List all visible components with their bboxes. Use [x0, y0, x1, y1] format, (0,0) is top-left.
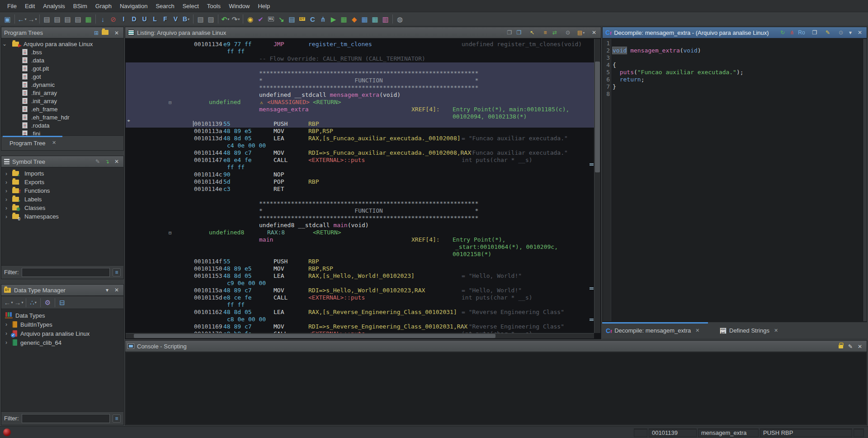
- bytes-viewer-icon[interactable]: 01: [266, 14, 276, 24]
- symbol-filter-input[interactable]: [22, 268, 110, 277]
- data-type-manager-icon[interactable]: DT: [297, 14, 307, 24]
- symbol-table-icon[interactable]: ◆: [349, 14, 359, 24]
- listing-line[interactable]: 0010114448 89 c7MOVRDI=>s_Funcao_auxilia…: [126, 149, 594, 157]
- edit-icon[interactable]: ✎: [94, 157, 102, 166]
- decompile-line[interactable]: 8: [603, 90, 863, 98]
- symbol-tree-item-exports[interactable]: ›Exports: [1, 178, 123, 186]
- function-graph-icon[interactable]: ⋔: [318, 14, 328, 24]
- export-program-icon[interactable]: ▤: [62, 14, 73, 24]
- tree-section-gotplt[interactable]: .got.plt: [1, 64, 123, 72]
- clear-code-icon[interactable]: ⊘: [108, 14, 118, 24]
- tree-section-fini_array[interactable]: .fini_array: [1, 89, 123, 97]
- close-icon[interactable]: ✕: [774, 328, 778, 333]
- listing-line[interactable]: 0010113955PUSHRBP: [126, 120, 594, 128]
- console-header[interactable]: Console - Scripting ✎✕: [125, 341, 867, 352]
- ro-label[interactable]: Ro: [797, 29, 806, 37]
- decompile-line[interactable]: 4{: [603, 62, 863, 69]
- listing-line[interactable]: [126, 193, 594, 200]
- listing-line[interactable]: ff ff: [126, 301, 594, 309]
- decompile-content[interactable]: 12void mensagem_extra(void)34{5 puts("Fu…: [603, 39, 863, 321]
- field-display-icon[interactable]: ≡: [541, 29, 549, 37]
- listing-content[interactable]: 00101134e9 77 ffJMPregister_tm_clonesund…: [126, 39, 594, 333]
- menu-window[interactable]: Window: [225, 1, 254, 11]
- margin-mark[interactable]: [590, 319, 594, 321]
- scrollbar-thumb[interactable]: [134, 334, 495, 338]
- type-hierarchy-icon[interactable]: ∴▾: [28, 297, 38, 308]
- structure-editor-icon[interactable]: ▥: [380, 14, 391, 24]
- letter-u-button[interactable]: U: [139, 14, 150, 24]
- close-icon[interactable]: ✕: [590, 29, 598, 37]
- console-output[interactable]: [126, 352, 866, 424]
- listing-line[interactable]: 0010115048 89 e5MOVRBP,RSP: [126, 265, 594, 272]
- listing-line[interactable]: 00101147e8 e4 feCALL<EXTERNAL>::putsint …: [126, 157, 594, 164]
- symbol-tree-item-functions[interactable]: ›fFunctions: [1, 186, 123, 195]
- graph-icon[interactable]: ⋔: [788, 29, 796, 37]
- chevron-collapsed-icon[interactable]: ›: [3, 171, 9, 177]
- letter-v-button[interactable]: V: [170, 14, 181, 24]
- clear-flow-icon[interactable]: ▨: [206, 14, 216, 24]
- symbol-tree-item-namespaces[interactable]: ›{}Namespaces: [1, 212, 123, 221]
- menu-help[interactable]: Help: [254, 1, 274, 11]
- menu-analysis[interactable]: Analysis: [39, 1, 69, 11]
- filter-options-button[interactable]: ≡: [113, 268, 121, 276]
- program-trees-header[interactable]: Program Trees ⊞✕: [1, 27, 123, 38]
- memory-snapshot-icon[interactable]: ▦: [83, 14, 94, 24]
- listing-line[interactable]: 00101134e9 77 ffJMPregister_tm_clonesund…: [126, 41, 594, 48]
- new-tree-icon[interactable]: ⊞: [92, 29, 100, 37]
- tree-section-got[interactable]: .got: [1, 72, 123, 81]
- listing-line[interactable]: 00102094, 00102138(*): [126, 113, 594, 120]
- chevron-collapsed-icon[interactable]: ›: [3, 339, 9, 346]
- listing-line[interactable]: 0010113d48 8d 05LEARAX,[s_Funcao_auxilia…: [126, 135, 594, 142]
- chevron-collapsed-icon[interactable]: ›: [3, 321, 9, 328]
- listing-line[interactable]: mainXREF[4]:Entry Point(*),: [126, 236, 594, 243]
- open-folder-icon[interactable]: [102, 28, 111, 36]
- symbol-tree-header[interactable]: Symbol Tree ✎↴✕: [1, 156, 123, 167]
- symbol-tree-item-imports[interactable]: ›▲Imports: [1, 169, 123, 178]
- refresh-icon[interactable]: ↻: [778, 29, 787, 37]
- copy-icon[interactable]: ❐: [811, 29, 819, 37]
- edit-cursor-icon[interactable]: ↖: [528, 29, 536, 37]
- nav-forward-icon[interactable]: →▾: [27, 14, 38, 24]
- decompile-header[interactable]: Cf Decompile: mensagem_extra - (Arquivo …: [603, 27, 867, 38]
- program-tree-tab[interactable]: Program Tree ✕: [1, 135, 123, 150]
- decompile-line[interactable]: 6 return;: [603, 76, 863, 83]
- listing-line[interactable]: ****************************************…: [126, 84, 594, 91]
- listing-line[interactable]: 0010115de8 ce feCALL<EXTERNAL>::putsint …: [126, 294, 594, 301]
- letter-l-button[interactable]: L: [150, 14, 160, 24]
- data-type-manager-header[interactable]: DT Data Type Manager ▾✕: [1, 285, 123, 296]
- tree-root-arquivo[interactable]: ⌄Arquivo para analise Linux: [1, 40, 123, 48]
- symbol-tree-item-labels[interactable]: ›●Labels: [1, 195, 123, 204]
- save-icon[interactable]: ▣: [2, 14, 13, 24]
- listing-line[interactable]: c4 0e 00 00: [126, 142, 594, 149]
- close-icon[interactable]: ✕: [52, 140, 56, 146]
- listing-header[interactable]: Listing: Arquivo para analise Linux ❐❐↖≡…: [125, 27, 601, 38]
- datatype-root[interactable]: Data Types: [1, 311, 123, 320]
- decompile-line[interactable]: 1: [603, 40, 863, 47]
- menu-navigation[interactable]: Navigation: [116, 1, 151, 11]
- letter-d-button[interactable]: D: [129, 14, 139, 24]
- listing-line[interactable]: * FUNCTION *: [126, 77, 594, 84]
- menu-graph[interactable]: Graph: [91, 1, 116, 11]
- collapse-all-icon[interactable]: ⊟: [57, 297, 67, 308]
- decompile-scrollbar[interactable]: [863, 39, 867, 321]
- tab-decompile-mensagem-extra[interactable]: CfDecompile: mensagem_extra✕: [602, 324, 708, 338]
- listing-line[interactable]: ****************************************…: [126, 200, 594, 207]
- create-symbol-icon[interactable]: ↴: [103, 157, 111, 166]
- snapshot-icon[interactable]: ⊙: [837, 29, 845, 37]
- back-icon[interactable]: ←▾: [3, 297, 14, 308]
- nav-back-icon[interactable]: ←▾: [17, 14, 27, 24]
- listing-view-icon[interactable]: ▤: [287, 14, 297, 24]
- status-orb-icon[interactable]: [3, 428, 11, 436]
- listing-line[interactable]: ff ff: [126, 48, 594, 55]
- margin-mark[interactable]: [590, 163, 594, 166]
- listing-line[interactable]: undefined8 __stdcall main(void): [126, 222, 594, 229]
- memory-map-icon[interactable]: ▦: [339, 14, 349, 24]
- listing-line[interactable]: 0010116248 8d 05LEARAX,[s_Reverse_Engine…: [126, 309, 594, 316]
- close-icon[interactable]: ✕: [113, 286, 121, 294]
- string-table-icon[interactable]: ▦: [370, 14, 380, 24]
- chevron-down-icon[interactable]: ▾: [103, 286, 111, 294]
- listing-line[interactable]: 0010114f55PUSHRBP: [126, 258, 594, 265]
- copy-icon[interactable]: ❐: [505, 29, 514, 37]
- chevron-collapsed-icon[interactable]: ›: [3, 205, 9, 211]
- tree-section-eh_frame[interactable]: .eh_frame: [1, 105, 123, 113]
